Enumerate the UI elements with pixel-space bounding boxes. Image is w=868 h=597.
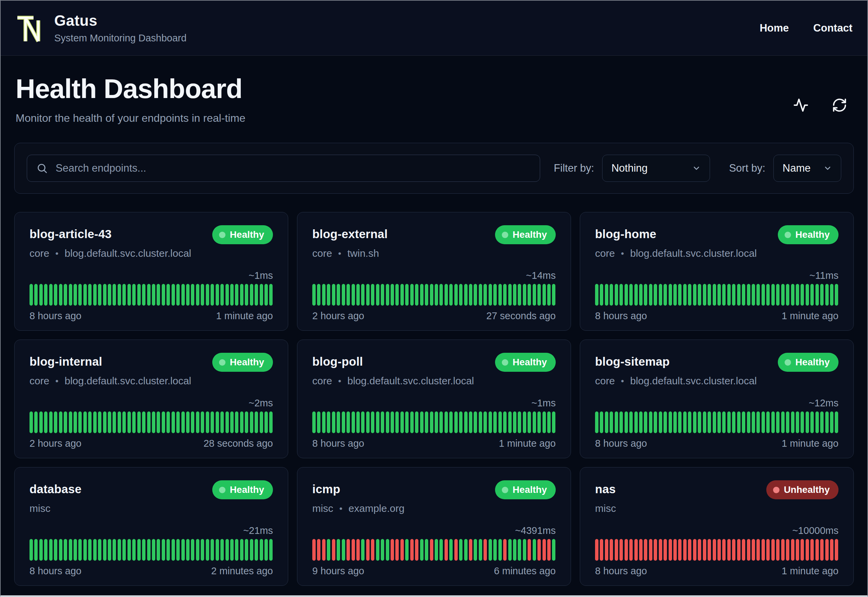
uptime-bar[interactable] [610, 411, 613, 433]
uptime-bar[interactable] [781, 284, 785, 306]
uptime-bar[interactable] [454, 539, 458, 561]
uptime-bar[interactable] [264, 411, 268, 433]
sort-select[interactable]: Name [773, 155, 841, 182]
uptime-bar[interactable] [649, 411, 652, 433]
uptime-bar[interactable] [366, 284, 370, 306]
uptime-bar[interactable] [312, 539, 316, 561]
uptime-bar[interactable] [474, 284, 477, 306]
uptime-bar[interactable] [137, 411, 141, 433]
uptime-bar[interactable] [600, 539, 603, 561]
uptime-bar[interactable] [361, 411, 364, 433]
uptime-bar[interactable] [776, 411, 779, 433]
uptime-bar[interactable] [113, 411, 116, 433]
uptime-bar[interactable] [381, 539, 384, 561]
uptime-bar[interactable] [742, 284, 745, 306]
uptime-bar[interactable] [493, 539, 497, 561]
endpoint-card[interactable]: blog-internalHealthycore•blog.default.sv… [14, 340, 288, 458]
uptime-bar[interactable] [250, 284, 253, 306]
uptime-bar[interactable] [64, 411, 67, 433]
uptime-bar[interactable] [157, 284, 160, 306]
uptime-bar[interactable] [801, 411, 804, 433]
uptime-bar[interactable] [98, 411, 101, 433]
uptime-bar[interactable] [440, 539, 443, 561]
uptime-bar[interactable] [693, 539, 696, 561]
uptime-bar[interactable] [186, 411, 190, 433]
uptime-bar[interactable] [806, 411, 809, 433]
uptime-bar[interactable] [371, 539, 374, 561]
uptime-bar[interactable] [688, 284, 691, 306]
uptime-bar[interactable] [820, 284, 824, 306]
uptime-bar[interactable] [479, 284, 482, 306]
uptime-bar[interactable] [137, 284, 141, 306]
uptime-bar[interactable] [260, 539, 263, 561]
uptime-bar[interactable] [206, 411, 209, 433]
uptime-bar[interactable] [347, 411, 350, 433]
uptime-bar[interactable] [786, 539, 789, 561]
uptime-bar[interactable] [830, 284, 833, 306]
uptime-bar[interactable] [634, 284, 638, 306]
uptime-bar[interactable] [371, 284, 374, 306]
uptime-bar[interactable] [444, 284, 448, 306]
uptime-bar[interactable] [172, 539, 175, 561]
uptime-bar[interactable] [503, 284, 507, 306]
uptime-bar[interactable] [659, 284, 662, 306]
search-input[interactable] [27, 155, 540, 182]
uptime-bar[interactable] [542, 411, 546, 433]
uptime-bar[interactable] [181, 411, 185, 433]
uptime-bar[interactable] [312, 411, 316, 433]
uptime-bar[interactable] [820, 411, 824, 433]
uptime-bar[interactable] [673, 284, 677, 306]
uptime-bar[interactable] [538, 411, 541, 433]
uptime-bar[interactable] [381, 284, 384, 306]
uptime-bar[interactable] [786, 411, 789, 433]
uptime-bar[interactable] [634, 539, 638, 561]
uptime-bar[interactable] [49, 284, 53, 306]
uptime-bar[interactable] [523, 284, 526, 306]
uptime-bar[interactable] [781, 539, 785, 561]
uptime-bar[interactable] [489, 539, 492, 561]
uptime-bar[interactable] [449, 539, 453, 561]
uptime-bar[interactable] [201, 411, 204, 433]
uptime-bar[interactable] [649, 539, 652, 561]
uptime-bar[interactable] [327, 539, 330, 561]
uptime-bar[interactable] [644, 411, 647, 433]
uptime-bar[interactable] [400, 539, 404, 561]
uptime-bar[interactable] [742, 539, 745, 561]
uptime-bar[interactable] [489, 411, 492, 433]
uptime-bar[interactable] [483, 284, 487, 306]
uptime-bar[interactable] [523, 539, 526, 561]
uptime-bar[interactable] [717, 284, 721, 306]
nav-contact-link[interactable]: Contact [813, 22, 852, 34]
uptime-bar[interactable] [552, 411, 555, 433]
uptime-bar[interactable] [337, 539, 340, 561]
uptime-bar[interactable] [830, 539, 833, 561]
uptime-bar[interactable] [806, 284, 809, 306]
uptime-bar[interactable] [245, 284, 248, 306]
uptime-bar[interactable] [410, 411, 414, 433]
uptime-bar[interactable] [669, 539, 672, 561]
uptime-bar[interactable] [683, 411, 687, 433]
uptime-bar[interactable] [196, 411, 199, 433]
uptime-bar[interactable] [747, 539, 750, 561]
uptime-bar[interactable] [533, 284, 536, 306]
uptime-bar[interactable] [230, 411, 234, 433]
uptime-bar[interactable] [113, 284, 116, 306]
uptime-bar[interactable] [538, 539, 541, 561]
uptime-bar[interactable] [88, 411, 92, 433]
uptime-bar[interactable] [245, 539, 248, 561]
uptime-bar[interactable] [810, 284, 814, 306]
uptime-bar[interactable] [737, 411, 741, 433]
uptime-bar[interactable] [508, 411, 512, 433]
uptime-bar[interactable] [552, 284, 555, 306]
uptime-bar[interactable] [59, 411, 62, 433]
uptime-bar[interactable] [444, 411, 448, 433]
uptime-bar[interactable] [688, 411, 691, 433]
uptime-bar[interactable] [678, 284, 681, 306]
uptime-bar[interactable] [157, 411, 160, 433]
uptime-bar[interactable] [391, 539, 394, 561]
uptime-bar[interactable] [103, 539, 107, 561]
uptime-bar[interactable] [54, 411, 57, 433]
uptime-bar[interactable] [776, 284, 779, 306]
uptime-bar[interactable] [327, 284, 330, 306]
uptime-bar[interactable] [459, 411, 462, 433]
